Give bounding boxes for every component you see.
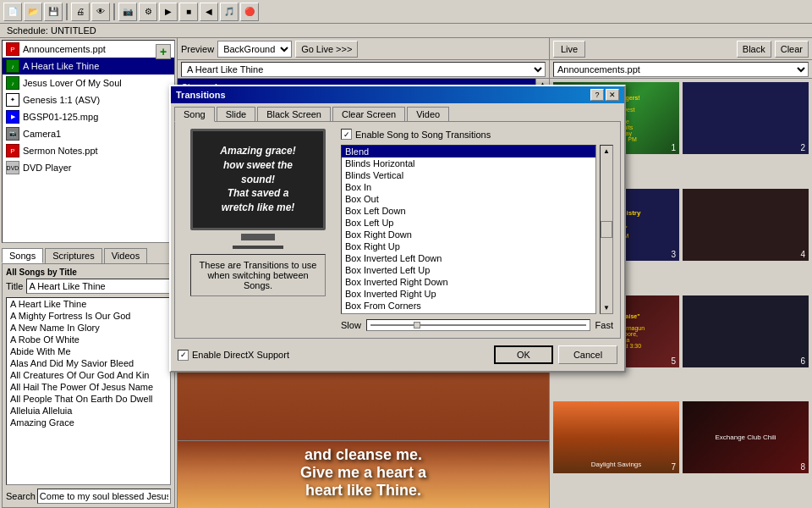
dialog-tab-song[interactable]: Song	[174, 107, 215, 122]
speed-row: Slow · · · · · · · · ·	[341, 319, 613, 331]
monitor-stand	[241, 234, 275, 240]
dialog-close-btn[interactable]: ✕	[606, 89, 619, 101]
transition-box-inv-left-down[interactable]: Box Inverted Left Down	[342, 252, 595, 264]
monitor-preview: Amazing grace!how sweet thesound!That sa…	[190, 129, 326, 230]
transition-blend[interactable]: Blend	[342, 146, 595, 157]
speed-slow-label: Slow	[341, 320, 361, 330]
dialog-title: Transitions	[176, 90, 226, 100]
slider-handle[interactable]	[414, 322, 420, 329]
dialog-tab-black[interactable]: Black Screen	[257, 107, 331, 121]
dialog-titlebar: Transitions ? ✕	[171, 86, 624, 103]
footer-buttons: OK Cancel	[494, 345, 617, 364]
monitor-text: Amazing grace!how sweet thesound!That sa…	[213, 137, 302, 222]
dialog-footer: Enable DirectX Support OK Cancel	[171, 339, 624, 371]
scroll-up-arrow[interactable]: ▲	[603, 147, 610, 155]
directx-checkbox[interactable]	[178, 350, 189, 361]
directx-label: Enable DirectX Support	[192, 350, 289, 360]
dialog-controls: ? ✕	[590, 89, 619, 101]
speed-fast-label: Fast	[595, 320, 613, 330]
scroll-thumb[interactable]	[601, 221, 612, 238]
transition-box-inv-right-down[interactable]: Box Inverted Right Down	[342, 276, 595, 288]
transitions-scrollbar[interactable]: ▲ ▼	[600, 145, 613, 314]
cancel-btn[interactable]: Cancel	[558, 345, 617, 364]
transition-blinds-h[interactable]: Blinds Horizontal	[342, 157, 595, 169]
enable-transitions-row: Enable Song to Song Transitions	[341, 129, 613, 140]
transition-box-inv-right-up[interactable]: Box Inverted Right Up	[342, 288, 595, 300]
transition-box-out[interactable]: Box Out	[342, 193, 595, 205]
ok-btn[interactable]: OK	[494, 345, 553, 364]
dialog-description: These are Transitions to use when switch…	[190, 254, 326, 296]
monitor-base	[233, 246, 283, 249]
dialog-overlay: Transitions ? ✕ Song Slide Black Screen …	[0, 0, 812, 508]
dialog-body: Amazing grace!how sweet thesound!That sa…	[174, 121, 621, 339]
dialog-tab-slide[interactable]: Slide	[217, 107, 255, 121]
enable-transitions-checkbox[interactable]	[341, 129, 352, 140]
speed-slider[interactable]: · · · · · · · · ·	[366, 319, 590, 331]
transition-box-from-corners[interactable]: Box From Corners	[342, 300, 595, 312]
transition-box-right-down[interactable]: Box Right Down	[342, 229, 595, 240]
transition-box-left-down[interactable]: Box Left Down	[342, 205, 595, 217]
transition-blinds-v[interactable]: Blinds Vertical	[342, 169, 595, 181]
transition-box-inv-left-up[interactable]: Box Inverted Left Up	[342, 264, 595, 276]
transition-box-right-up[interactable]: Box Right Up	[342, 240, 595, 252]
dialog-help-btn[interactable]: ?	[590, 89, 604, 101]
transitions-list: Blend Blinds Horizontal Blinds Vertical …	[341, 145, 596, 314]
list-container: Blend Blinds Horizontal Blinds Vertical …	[341, 145, 613, 314]
dialog-right: Enable Song to Song Transitions Blend Bl…	[341, 129, 613, 331]
transitions-dialog: Transitions ? ✕ Song Slide Black Screen …	[169, 85, 626, 373]
scroll-down-arrow[interactable]: ▼	[603, 304, 610, 312]
dialog-tabs: Song Slide Black Screen Clear Screen Vid…	[171, 103, 624, 121]
dialog-preview-left: Amazing grace!how sweet thesound!That sa…	[182, 129, 334, 331]
transition-box-in[interactable]: Box In	[342, 181, 595, 193]
dialog-tab-video[interactable]: Video	[407, 107, 449, 121]
enable-transitions-label: Enable Song to Song Transitions	[355, 130, 491, 140]
transition-box-left-up[interactable]: Box Left Up	[342, 217, 595, 229]
dialog-tab-clear[interactable]: Clear Screen	[332, 107, 405, 121]
transition-box-to-corners[interactable]: Box To Corners	[342, 312, 595, 314]
directx-row: Enable DirectX Support	[178, 350, 289, 361]
